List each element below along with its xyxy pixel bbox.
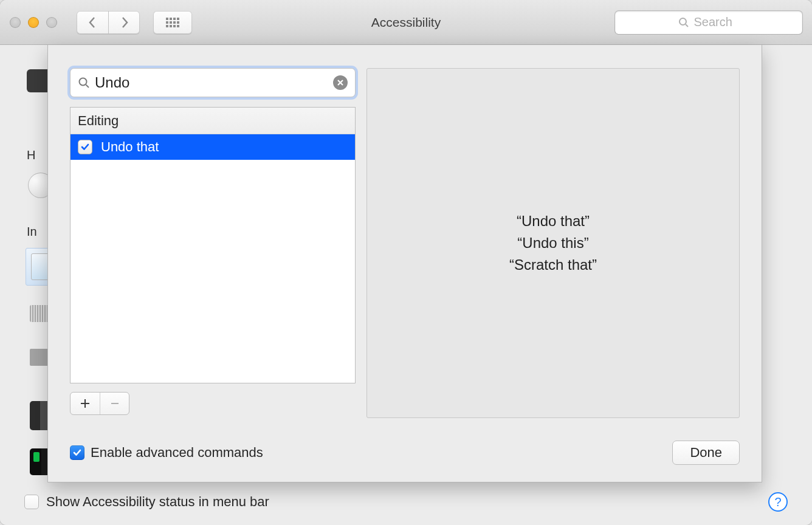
help-button[interactable]: ? <box>768 492 788 512</box>
add-command-button[interactable] <box>71 393 100 414</box>
done-button[interactable]: Done <box>672 441 740 465</box>
search-icon <box>78 77 90 89</box>
commands-sheet: Editing Undo that <box>47 45 762 482</box>
check-icon <box>73 449 81 456</box>
chevron-left-icon <box>88 16 97 29</box>
command-checkbox[interactable] <box>78 140 92 154</box>
zoom-button[interactable] <box>46 17 57 28</box>
close-icon <box>337 79 344 86</box>
status-menubar-checkbox[interactable] <box>24 495 39 509</box>
command-detail-panel: “Undo that” “Undo this” “Scratch that” <box>366 68 740 418</box>
status-menubar-label: Show Accessibility status in menu bar <box>46 494 269 510</box>
chevron-right-icon <box>120 16 129 29</box>
window: Accessibility H In <box>0 0 812 525</box>
grid-icon <box>166 18 179 27</box>
titlebar: Accessibility <box>0 0 812 45</box>
variant-phrase: “Scratch that” <box>509 256 597 273</box>
command-label: Undo that <box>101 139 159 155</box>
remove-command-button[interactable] <box>100 393 129 414</box>
svg-point-2 <box>80 78 87 86</box>
command-list-header: Editing <box>71 108 355 134</box>
svg-point-0 <box>680 18 686 25</box>
toolbar-search[interactable] <box>615 11 802 34</box>
command-search-field[interactable] <box>70 68 356 97</box>
sidebar-section-hearing: H <box>27 148 35 162</box>
show-all-button[interactable] <box>153 11 192 34</box>
question-icon: ? <box>774 495 781 509</box>
close-button[interactable] <box>10 17 21 28</box>
toolbar-search-input[interactable] <box>694 15 740 29</box>
forward-button[interactable] <box>108 11 140 34</box>
back-button[interactable] <box>77 11 108 34</box>
command-list: Editing Undo that <box>70 107 356 383</box>
traffic-lights <box>10 17 57 28</box>
footer-row: Show Accessibility status in menu bar ? <box>24 492 788 512</box>
command-list-item-selected[interactable]: Undo that <box>71 134 355 160</box>
enable-advanced-label: Enable advanced commands <box>91 445 263 461</box>
check-icon <box>81 143 89 151</box>
content: H In Editing <box>0 45 812 525</box>
variant-phrase: “Undo this” <box>517 235 588 252</box>
add-remove-group <box>70 392 129 415</box>
svg-line-3 <box>86 85 89 88</box>
clear-search-button[interactable] <box>333 75 348 90</box>
command-search-input[interactable] <box>95 74 333 91</box>
svg-line-1 <box>686 24 688 27</box>
enable-advanced-checkbox[interactable] <box>70 445 84 460</box>
minus-icon <box>110 399 120 408</box>
nav-group <box>77 11 140 34</box>
sidebar-section-interacting: In <box>27 225 37 239</box>
plus-icon <box>80 399 90 408</box>
window-title: Accessibility <box>371 15 441 30</box>
variant-phrase: “Undo that” <box>517 213 590 230</box>
enable-advanced-row[interactable]: Enable advanced commands <box>70 445 263 461</box>
minimize-button[interactable] <box>28 17 39 28</box>
search-icon <box>678 17 689 28</box>
